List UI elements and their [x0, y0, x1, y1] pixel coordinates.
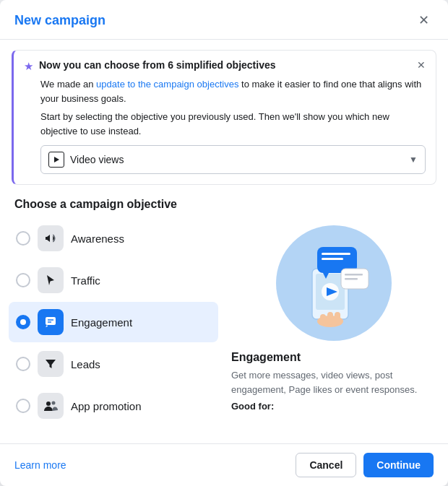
svg-rect-14 [345, 278, 358, 280]
awareness-label: Awareness [71, 233, 124, 245]
objective-item-leads[interactable]: Leads [9, 344, 218, 384]
radio-awareness[interactable] [16, 231, 30, 246]
engagement-illustration [276, 225, 392, 341]
traffic-label: Traffic [71, 274, 100, 287]
modal-footer: Learn more Cancel Continue [0, 443, 448, 486]
continue-button[interactable]: Continue [363, 453, 434, 477]
svg-marker-0 [54, 157, 59, 162]
objective-item-engagement[interactable]: Engagement [9, 302, 218, 342]
info-banner: ★ Now you can choose from 6 simplified o… [12, 50, 436, 185]
learn-more-link[interactable]: Learn more [14, 459, 66, 471]
star-icon: ★ [24, 60, 33, 73]
campaign-objectives-link[interactable]: update to the campaign objectives [96, 79, 238, 90]
svg-rect-10 [322, 258, 343, 260]
leads-icon-box [38, 351, 64, 377]
app-promotion-label: App promotion [71, 400, 142, 412]
modal-title: New campaign [14, 13, 105, 28]
radio-traffic[interactable] [16, 273, 30, 287]
objective-item-traffic[interactable]: Traffic [9, 260, 218, 300]
svg-rect-1 [46, 317, 56, 325]
svg-rect-18 [320, 314, 326, 325]
banner-body-1: We made an update to the campaign object… [24, 77, 426, 105]
objectives-list: Awareness Traffic [0, 218, 224, 443]
svg-rect-9 [322, 253, 350, 255]
app-promotion-icon-box [38, 393, 64, 419]
detail-name: Engagement [231, 351, 436, 364]
modal-header: New campaign ✕ [0, 0, 448, 40]
detail-description: Get more messages, video views, post eng… [231, 368, 436, 396]
banner-title: Now you can choose from 6 simplified obj… [39, 59, 411, 71]
footer-actions: Cancel Continue [296, 453, 434, 477]
objective-item-app-promotion[interactable]: App promotion [9, 386, 218, 426]
radio-app-promotion[interactable] [16, 399, 30, 413]
video-views-dropdown[interactable]: Video views ▼ [40, 145, 426, 174]
svg-rect-20 [335, 312, 340, 325]
detail-panel: Engagement Get more messages, video view… [224, 218, 448, 443]
traffic-icon-box [38, 267, 64, 293]
svg-rect-19 [327, 312, 333, 325]
engagement-label: Engagement [71, 316, 132, 329]
new-campaign-modal: New campaign ✕ ★ Now you can choose from… [0, 0, 448, 486]
modal-close-icon[interactable]: ✕ [413, 10, 434, 30]
engagement-icon-box [38, 309, 64, 335]
banner-header: ★ Now you can choose from 6 simplified o… [24, 59, 426, 73]
section-title: Choose a campaign objective [0, 185, 448, 218]
svg-rect-13 [345, 274, 363, 276]
svg-point-4 [46, 402, 51, 406]
dropdown-arrow-icon: ▼ [409, 155, 418, 165]
leads-label: Leads [71, 358, 100, 370]
content-area: Awareness Traffic [0, 218, 448, 443]
radio-engagement[interactable] [16, 315, 30, 329]
awareness-icon-box [38, 225, 64, 251]
radio-leads[interactable] [16, 357, 30, 371]
dropdown-label: Video views [70, 154, 403, 165]
banner-close-icon[interactable]: ✕ [417, 59, 426, 71]
cancel-button[interactable]: Cancel [296, 453, 356, 477]
dropdown-row: Video views ▼ [24, 145, 426, 174]
banner-body-2: Start by selecting the objective you pre… [24, 110, 426, 138]
detail-good-for: Good for: [231, 401, 436, 412]
svg-point-5 [52, 402, 56, 405]
objective-item-awareness[interactable]: Awareness [9, 218, 218, 259]
play-icon [48, 152, 64, 168]
